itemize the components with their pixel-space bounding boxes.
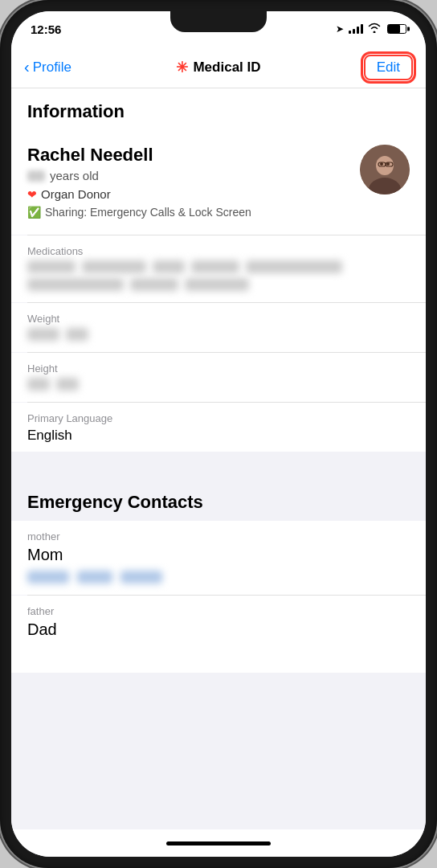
- primary-language-label: Primary Language: [27, 412, 410, 424]
- med-blur-1: [27, 260, 76, 273]
- height-label: Height: [27, 362, 410, 375]
- father-name: Dad: [27, 620, 410, 639]
- chevron-left-icon: ‹: [24, 59, 30, 75]
- age-blurred: [27, 170, 45, 182]
- mother-name: Mom: [27, 546, 410, 564]
- mother-phone-blurred: [27, 571, 410, 583]
- wifi-icon: [368, 23, 381, 35]
- med-blur-4: [191, 260, 239, 273]
- organ-donor-label: Organ Donor: [41, 187, 111, 201]
- phone-blur-1: [27, 571, 69, 583]
- sharing-row: ✅ Sharing: Emergency Calls & Lock Screen: [27, 206, 350, 219]
- content-area: Information Rachel Needell years old ❤ O…: [11, 88, 426, 829]
- weight-label: Weight: [27, 313, 410, 325]
- med-blur-5: [246, 260, 342, 273]
- height-row: Height: [11, 353, 426, 402]
- emergency-contacts-title: Emergency Contacts: [27, 492, 203, 512]
- weight-blur-1: [27, 328, 59, 341]
- nav-title-text: Medical ID: [193, 59, 260, 76]
- med-blur-3: [153, 260, 185, 273]
- organ-donor-row: ❤ Organ Donor: [27, 187, 350, 201]
- primary-language-row: Primary Language English: [11, 403, 426, 455]
- home-bar: [166, 841, 271, 845]
- home-indicator: [11, 829, 426, 857]
- nav-bar: ‹ Profile ✳ Medical ID Edit: [11, 47, 426, 88]
- phone-blur-2: [77, 571, 112, 583]
- father-contact: father Dad: [11, 596, 426, 657]
- back-button[interactable]: ‹ Profile: [24, 59, 71, 76]
- age-label: years old: [50, 169, 99, 182]
- emergency-contacts-gap: [11, 455, 426, 484]
- mother-contact: mother Mom: [11, 521, 426, 595]
- bottom-padding: [11, 657, 426, 673]
- heart-icon: ❤: [27, 188, 37, 201]
- father-role: father: [27, 605, 410, 617]
- svg-point-3: [380, 162, 383, 166]
- profile-age: years old: [27, 169, 350, 182]
- signal-icon: [349, 24, 363, 34]
- phone-blur-3: [120, 571, 162, 583]
- profile-name: Rachel Needell: [27, 145, 350, 166]
- weight-row: Weight: [11, 303, 426, 352]
- med-blur-8: [185, 278, 249, 291]
- height-blur-2: [56, 378, 79, 391]
- profile-info: Rachel Needell years old ❤ Organ Donor ✅…: [27, 145, 350, 219]
- primary-language-value: English: [27, 428, 410, 444]
- edit-button[interactable]: Edit: [364, 55, 413, 80]
- information-title: Information: [27, 101, 125, 121]
- information-header: Information: [11, 88, 426, 132]
- battery-icon: [387, 24, 406, 34]
- status-time: 12:56: [31, 23, 61, 36]
- emergency-contacts-header: Emergency Contacts: [11, 484, 426, 521]
- medications-label: Medications: [27, 245, 410, 257]
- avatar: [360, 145, 410, 194]
- check-circle-icon: ✅: [27, 206, 41, 219]
- medications-row: Medications: [11, 235, 426, 302]
- med-blur-2: [82, 260, 146, 273]
- weight-blur-2: [66, 328, 88, 341]
- med-blur-6: [27, 278, 124, 291]
- med-blur-7: [130, 278, 178, 291]
- mother-role: mother: [27, 530, 410, 542]
- phone-screen: 12:56 ➤: [11, 11, 426, 857]
- back-label: Profile: [33, 59, 71, 76]
- location-icon: ➤: [336, 23, 344, 35]
- sharing-label: Sharing: Emergency Calls & Lock Screen: [45, 206, 251, 219]
- medications-value-blurred: [27, 260, 410, 291]
- height-blur-1: [27, 378, 50, 391]
- medical-star-icon: ✳: [176, 59, 188, 76]
- height-value-blurred: [27, 378, 410, 391]
- phone-frame: 12:56 ➤: [0, 0, 437, 868]
- notch: [170, 11, 267, 32]
- status-icons: ➤: [336, 23, 406, 35]
- weight-value-blurred: [27, 328, 410, 341]
- nav-title: ✳ Medical ID: [176, 59, 260, 76]
- profile-section: Rachel Needell years old ❤ Organ Donor ✅…: [11, 132, 426, 235]
